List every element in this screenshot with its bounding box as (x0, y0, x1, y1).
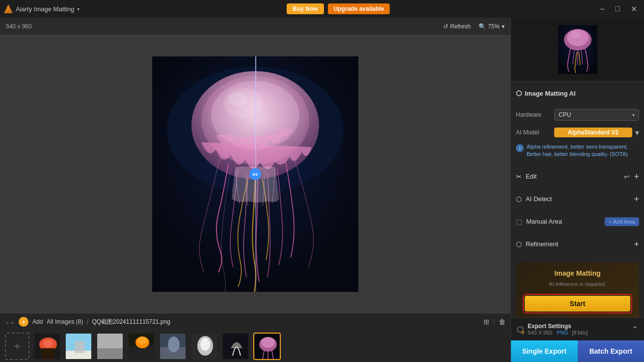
thumbnail-3[interactable] (96, 333, 124, 360)
edit-expand-button[interactable]: + (634, 172, 639, 181)
ai-detect-row[interactable]: ⬡ AI Detect + (516, 191, 639, 207)
filmstrip-scroll[interactable]: + (0, 330, 510, 362)
svg-point-20 (137, 336, 147, 344)
main-content: 540 x 960 ↺ Refresh 🔍 75% ▾ (0, 18, 644, 362)
matting-box-subtitle: AI Inference is required. (523, 281, 632, 287)
matting-ai-icon: ⬡ (516, 89, 522, 97)
app-title: Aiarty Image Matting (16, 5, 74, 13)
canvas-area: 540 x 960 ↺ Refresh 🔍 75% ▾ (0, 18, 510, 362)
svg-rect-15 (97, 348, 124, 360)
edit-label: Edit (526, 173, 624, 180)
hardware-row: Hardware CPU ▾ (516, 106, 639, 124)
refresh-icon: ↺ (443, 23, 448, 30)
right-panel: ⬡ Image Matting AI Hardware CPU ▾ AI Mod… (510, 18, 644, 362)
title-bar-right: – □ ✕ (597, 3, 640, 15)
undo-button[interactable]: ↩ (624, 173, 630, 181)
svg-point-30 (261, 337, 275, 348)
current-filename: QQ截图20241111115721.png (92, 318, 170, 325)
thumbnail-6[interactable] (190, 333, 218, 360)
main-image: ⇔ (152, 56, 358, 292)
ai-model-label: AI Model (516, 129, 550, 136)
image-size-label: 540 x 960 (6, 23, 32, 30)
refresh-button[interactable]: ↺ Refresh (443, 23, 471, 30)
svg-point-6 (228, 92, 248, 107)
refinement-label: Refinement (526, 240, 634, 248)
export-settings-expand-button[interactable]: ⌃ (632, 325, 638, 334)
manual-area-icon: ⬚ (516, 218, 522, 226)
manual-area-row[interactable]: ⬚ Manual Area + Add Area (516, 213, 639, 230)
collapse-icon[interactable]: ⌄⌄ (5, 318, 15, 325)
ai-detect-icon: ⬡ (516, 195, 522, 203)
export-title: Export Settings (528, 323, 588, 330)
title-bar: Aiarty Image Matting ▾ Buy Now Upgrade a… (0, 0, 644, 18)
refinement-expand-button[interactable]: + (634, 240, 639, 249)
export-settings-row: ⬡ ⚙ Export Settings 540 X 960 PNG [8 bit… (517, 323, 638, 336)
title-dropdown-icon[interactable]: ▾ (77, 6, 80, 12)
zoom-icon: 🔍 (479, 23, 486, 30)
hardware-dropdown[interactable]: CPU ▾ (554, 109, 639, 121)
ai-model-dropdown-arrow[interactable]: ▾ (635, 128, 639, 137)
hardware-label: Hardware (516, 111, 550, 118)
start-btn-wrapper: Start (523, 294, 632, 313)
refinement-row[interactable]: ⬡ Refinement + (516, 236, 639, 253)
filmstrip-view-button[interactable]: ⊞ (483, 318, 489, 326)
thumbnail-7[interactable] (222, 333, 249, 360)
single-export-button[interactable]: Single Export (511, 340, 578, 362)
zoom-dropdown-icon[interactable]: ▾ (502, 23, 505, 30)
refinement-actions: + (634, 240, 639, 249)
add-label: Add (32, 318, 43, 325)
refinement-icon: ⬡ (516, 240, 522, 248)
edit-icon: ✂ (516, 173, 522, 181)
filmstrip-delete-button[interactable]: 🗑 (499, 318, 506, 326)
upgrade-button[interactable]: Upgrade available (328, 3, 390, 14)
thumbnail-5[interactable] (159, 333, 187, 360)
minimize-button[interactable]: – (597, 3, 607, 14)
filmstrip-add-btn[interactable]: + (5, 333, 29, 360)
thumbnail-8[interactable] (253, 333, 281, 360)
ai-model-row: AI Model AlphaStandard V2 ▾ (516, 125, 639, 140)
export-meta: 540 X 960 PNG [8 bits] (528, 330, 588, 336)
ai-detect-expand-button[interactable]: + (634, 195, 639, 204)
start-button[interactable]: Start (525, 296, 630, 311)
export-bits: [8 bits] (572, 330, 588, 336)
model-description: Alpha refinement, better semi-transparen… (527, 143, 639, 158)
split-handle[interactable]: ⇔ (249, 168, 261, 180)
thumbnail-2[interactable] (65, 333, 92, 360)
svg-point-26 (200, 338, 210, 351)
export-settings: ⬡ ⚙ Export Settings 540 X 960 PNG [8 bit… (511, 317, 644, 340)
export-icon-wrap: ⬡ ⚙ (517, 325, 524, 334)
svg-rect-13 (75, 341, 84, 353)
add-image-button[interactable]: + (19, 317, 28, 327)
batch-export-button[interactable]: Batch Export (578, 340, 644, 362)
export-info: Export Settings 540 X 960 PNG [8 bits] (528, 323, 588, 336)
filmstrip-path: All Images (8) / QQ截图20241111115721.png (47, 318, 170, 326)
filmstrip-header: ⌄⌄ + Add All Images (8) / QQ截图2024111111… (0, 313, 510, 330)
manual-area-actions: + Add Area (605, 217, 639, 226)
all-images-label: All Images (8) (47, 318, 83, 325)
svg-point-34 (571, 31, 581, 38)
zoom-control[interactable]: 🔍 75% ▾ (479, 23, 505, 30)
buy-now-button[interactable]: Buy Now (287, 3, 323, 14)
app-logo-icon (4, 4, 13, 13)
maximize-button[interactable]: □ (612, 3, 623, 14)
close-button[interactable]: ✕ (628, 3, 640, 15)
ai-model-badge[interactable]: AlphaStandard V2 (554, 128, 632, 137)
export-format: PNG (557, 330, 568, 336)
edit-actions: ↩ + (624, 172, 639, 181)
edit-row[interactable]: ✂ Edit ↩ + (516, 168, 639, 185)
matting-box-title: Image Matting (523, 269, 632, 277)
svg-point-10 (43, 339, 53, 347)
ai-detect-actions: + (634, 195, 639, 204)
hardware-dropdown-arrow: ▾ (632, 112, 635, 118)
ai-detect-label: AI Detect (526, 195, 634, 203)
add-area-button[interactable]: + Add Area (605, 217, 639, 226)
info-icon: i (516, 144, 524, 152)
right-controls: ⬡ Image Matting AI Hardware CPU ▾ AI Mod… (511, 81, 644, 317)
svg-rect-9 (42, 348, 54, 360)
export-settings-left: ⬡ ⚙ Export Settings 540 X 960 PNG [8 bit… (517, 323, 588, 336)
thumbnail-1[interactable] (33, 333, 61, 360)
svg-point-23 (168, 336, 180, 352)
export-buttons: Single Export Batch Export (511, 340, 644, 362)
model-info-row: i Alpha refinement, better semi-transpar… (516, 141, 639, 162)
thumbnail-4[interactable] (128, 333, 155, 360)
